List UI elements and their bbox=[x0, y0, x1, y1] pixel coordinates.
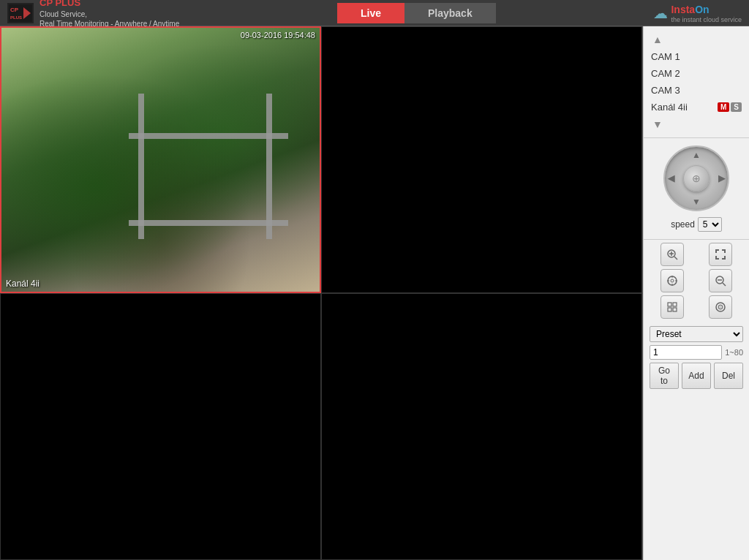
svg-point-30 bbox=[718, 305, 723, 309]
cam-badges: M S bbox=[718, 102, 742, 112]
cam-list-item-1[interactable]: CAM 1 bbox=[644, 48, 749, 65]
scroll-up-icon[interactable]: ▲ bbox=[648, 32, 667, 47]
camera-grid: 09-03-2016 19:54:48 Kanál 4ii bbox=[0, 26, 643, 560]
ptz-joystick[interactable]: ▲ ▼ ◀ ▶ ⊕ bbox=[663, 145, 729, 211]
goto-button[interactable]: Go to bbox=[650, 363, 679, 389]
svg-line-5 bbox=[674, 257, 677, 260]
preset-actions: Go to Add Del bbox=[650, 363, 743, 389]
frame-bar-h2 bbox=[129, 220, 288, 226]
preset-row: 1~80 bbox=[650, 345, 743, 360]
iris-close-button[interactable] bbox=[709, 295, 732, 319]
svg-rect-25 bbox=[668, 303, 671, 306]
frame-bar-v2 bbox=[266, 94, 272, 239]
instaon-text: InstaOn bbox=[671, 4, 709, 15]
cam-list-item-2[interactable]: CAM 2 bbox=[644, 65, 749, 82]
zoom-in-button[interactable] bbox=[660, 243, 684, 266]
move-button[interactable] bbox=[660, 295, 684, 319]
ptz-left-button[interactable]: ◀ bbox=[668, 173, 674, 183]
svg-rect-27 bbox=[668, 308, 671, 311]
speed-row: speed 1234 5678 bbox=[665, 217, 728, 232]
svg-point-17 bbox=[671, 279, 674, 282]
cam-list-name-1: CAM 1 bbox=[651, 51, 680, 62]
iris-open-button[interactable] bbox=[660, 269, 684, 292]
tab-playback[interactable]: Playback bbox=[404, 3, 496, 23]
zoom-out-button[interactable] bbox=[709, 269, 732, 292]
camera-cell-1[interactable]: 09-03-2016 19:54:48 Kanál 4ii bbox=[0, 26, 321, 293]
logo-text: CP PLUS Cloud Service, Real Time Monitor… bbox=[39, 0, 179, 29]
ptz-center-button[interactable]: ⊕ bbox=[683, 165, 710, 192]
preset-area: Preset Patrol Pattern 1~80 Go to Add Del bbox=[644, 322, 749, 393]
badge-s: S bbox=[731, 102, 742, 112]
svg-rect-26 bbox=[673, 303, 677, 306]
logo-area: CP PLUS CP PLUS Cloud Service, Real Time… bbox=[7, 0, 179, 29]
control-buttons bbox=[644, 240, 749, 322]
cpplus-logo-icon: CP PLUS bbox=[7, 3, 34, 23]
main-content: 09-03-2016 19:54:48 Kanál 4ii ▲ CAM 1 CA… bbox=[0, 26, 749, 560]
nav-tabs: Live Playback bbox=[337, 3, 496, 23]
cam-list-name-3: CAM 3 bbox=[651, 85, 680, 96]
ptz-right-button[interactable]: ▶ bbox=[718, 173, 725, 183]
header: CP PLUS CP PLUS Cloud Service, Real Time… bbox=[0, 0, 749, 26]
ptz-up-button[interactable]: ▲ bbox=[692, 150, 701, 160]
cam-list-item-4[interactable]: Kanál 4ii M S bbox=[644, 99, 749, 116]
camera-label-1: Kanál 4ii bbox=[6, 279, 39, 289]
svg-text:PLUS: PLUS bbox=[10, 15, 22, 20]
preset-range: 1~80 bbox=[725, 348, 743, 357]
camera-cell-3[interactable] bbox=[0, 293, 321, 560]
cam-list-name-2: CAM 2 bbox=[651, 68, 680, 79]
frame-bar-v bbox=[138, 94, 144, 239]
svg-rect-28 bbox=[673, 308, 677, 311]
svg-rect-11 bbox=[724, 249, 726, 253]
camera-cell-2[interactable] bbox=[321, 26, 642, 293]
badge-m: M bbox=[718, 102, 729, 112]
preset-number-input[interactable] bbox=[650, 345, 722, 360]
svg-text:CP: CP bbox=[10, 7, 19, 13]
brand-name: CP PLUS bbox=[39, 0, 80, 8]
ptz-area: ▲ ▼ ◀ ▶ ⊕ speed 1234 5678 bbox=[644, 138, 749, 240]
cam-list-name-4: Kanál 4ii bbox=[651, 102, 688, 113]
preset-select[interactable]: Preset Patrol Pattern bbox=[650, 326, 743, 342]
tab-live[interactable]: Live bbox=[337, 3, 404, 23]
ptz-down-button[interactable]: ▼ bbox=[692, 197, 701, 207]
cloud-icon: ☁ bbox=[653, 4, 668, 22]
camera-list-header: ▲ bbox=[644, 31, 749, 48]
tagline1: Cloud Service, bbox=[39, 10, 87, 18]
camera-preview-1 bbox=[1, 28, 320, 292]
del-button[interactable]: Del bbox=[714, 363, 743, 389]
speed-select[interactable]: 1234 5678 bbox=[698, 217, 722, 232]
svg-rect-15 bbox=[724, 256, 726, 260]
svg-rect-13 bbox=[715, 256, 717, 260]
svg-line-23 bbox=[723, 283, 726, 286]
scroll-down-icon[interactable]: ▼ bbox=[648, 117, 667, 132]
camera-cell-4[interactable] bbox=[321, 293, 642, 560]
cam-list-item-3[interactable]: CAM 3 bbox=[644, 82, 749, 99]
frame-bar-h bbox=[129, 133, 288, 139]
camera-list-footer: ▼ bbox=[644, 116, 749, 133]
add-button[interactable]: Add bbox=[682, 363, 711, 389]
speed-label: speed bbox=[671, 219, 695, 230]
ptz-center-icon: ⊕ bbox=[692, 173, 701, 184]
instaon-logo: ☁ InstaOn the instant cloud service bbox=[653, 3, 742, 23]
camera-list: ▲ CAM 1 CAM 2 CAM 3 Kanál 4ii M S ▼ bbox=[644, 26, 749, 138]
right-panel: ▲ CAM 1 CAM 2 CAM 3 Kanál 4ii M S ▼ bbox=[643, 26, 749, 560]
center-button[interactable] bbox=[709, 243, 732, 266]
camera-timestamp: 09-03-2016 19:54:48 bbox=[241, 31, 315, 39]
svg-rect-9 bbox=[715, 249, 717, 253]
instaon-tagline: the instant cloud service bbox=[671, 16, 742, 23]
